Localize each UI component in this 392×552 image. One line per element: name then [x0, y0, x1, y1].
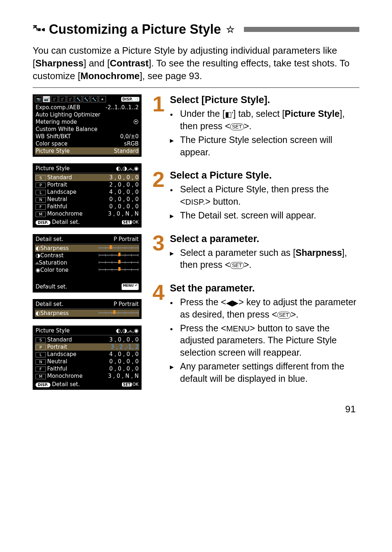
slider-icon [99, 311, 139, 315]
list-item: Picture StyleStandard [35, 147, 139, 155]
set-badge: SET [122, 220, 132, 224]
tab-icon: ★ [99, 96, 106, 102]
set-button-icon: SET [230, 123, 244, 130]
disp-pill: DISP. [36, 383, 50, 387]
list-item: NNeutral0 , 0 , 0 , 0 [35, 196, 139, 203]
list-item: ◐Sharpness [35, 310, 139, 317]
list-item: Color spacesRGB [35, 140, 139, 147]
step-title: Select a parameter. [170, 233, 359, 245]
disp-button-label: DISP. [185, 197, 205, 207]
step-4: 4 Set the parameter. Press the <◀▶> key … [152, 283, 359, 386]
list-footer: DISP. Detail set. SETOK [35, 381, 139, 388]
instruction-text: Select a Picture Style, then press the <… [170, 183, 359, 208]
list-header: Picture Style ◐,◑,ஃ,◉ [35, 165, 139, 172]
tab-icon: 🔧' [91, 96, 98, 102]
list-item: WB Shift/BKT0,0/±0 [35, 133, 139, 140]
tab-row: 📷 📷' ▯' ▯' ▯' 🔧 🔧' 🔧' ★ DISP. 📑 [35, 96, 139, 102]
slider-icon [99, 267, 139, 272]
title-text: Customizing a Picture Style [49, 22, 221, 37]
instruction-text: Under the [◧'] tab, select [Picture Styl… [170, 108, 359, 132]
default-set-row: Default set. MENU ↶ [35, 283, 139, 290]
picture-style-list-screen: Picture Style ◐,◑,ஃ,◉ SStandard3 , 0 , 0… [33, 163, 142, 228]
step-2: 2 Select a Picture Style. Select a Pictu… [152, 170, 359, 223]
instruction-text: Press the <MENU> button to save the adju… [170, 322, 359, 359]
tab-icon: 🔧' [83, 96, 90, 102]
slider-icon [99, 246, 139, 250]
slider-icon [99, 260, 139, 265]
list-item: FFaithful0 , 0 , 0 , 0 [35, 365, 139, 372]
list-item: PPortrait3 , 2 ,-1, 2 [35, 343, 139, 351]
set-badge: SET [122, 383, 132, 387]
detail-set-screen: Detail set. P Portrait ◐Sharpness◑Contra… [33, 234, 142, 293]
set-button-icon: SET [230, 262, 244, 269]
step-number: 4 [152, 283, 170, 386]
list-item: PPortrait2 , 0 , 0 , 0 [35, 181, 139, 188]
tab-icon: ▯' [51, 96, 58, 102]
sharpness-adjust-screen: Detail set. P Portrait ◐Sharpness [33, 299, 142, 319]
list-footer: DISP. Detail set. SETOK [35, 219, 139, 225]
list-item: ஃSaturation [35, 259, 139, 266]
tab-icon: 🔧 [75, 96, 82, 102]
list-header: Detail set. P Portrait [35, 236, 139, 243]
list-item: ◐Sharpness [35, 245, 139, 252]
result-text: Any parameter settings different from th… [170, 360, 359, 385]
disp-badge: DISP. 📑 [121, 97, 139, 102]
star-icon: ☆ [226, 24, 234, 35]
menu-badge: MENU ↶ [122, 283, 139, 290]
camera-tab-icon: ◧' [225, 110, 233, 118]
page-title: ཪ▪◂ Customizing a Picture Style ☆ [33, 22, 359, 37]
list-item: Metering mode⦿ [35, 118, 139, 126]
list-header: Picture Style ◐,◑,ஃ,◉ [35, 327, 139, 334]
divider [33, 87, 359, 88]
step-number: 2 [152, 170, 170, 223]
tab-selected-icon: 📷' [43, 96, 50, 102]
list-item: FFaithful0 , 0 , 0 , 0 [35, 203, 139, 210]
intro-text: You can customize a Picture Style by adj… [33, 44, 359, 82]
list-header: Detail set. P Portrait [35, 300, 139, 308]
result-text: The Picture Style selection screen will … [170, 134, 359, 159]
disp-pill: DISP. [36, 220, 50, 225]
tab-icon: 📷 [35, 96, 42, 102]
set-button-icon: SET [277, 312, 291, 319]
list-item: Custom White Balance [35, 126, 139, 133]
list-item: Auto Lighting Optimizer [35, 111, 139, 118]
tab-icon: ▯' [59, 96, 66, 102]
step-title: Set the parameter. [170, 283, 359, 294]
slider-icon [99, 253, 139, 257]
list-item: ◉Color tone [35, 266, 139, 274]
tab-icon: ▯' [67, 96, 74, 102]
page-number: 91 [33, 404, 359, 415]
list-item: LLandscape4 , 0 , 0 , 0 [35, 351, 139, 358]
list-item: SStandard3 , 0 , 0 , 0 [35, 336, 139, 343]
instruction-text: Press the <◀▶> key to adjust the paramet… [170, 296, 359, 321]
instruction-text: Select a parameter such as [Sharpness], … [170, 247, 359, 271]
step-title: Select [Picture Style]. [170, 94, 359, 106]
result-text: The Detail set. screen will appear. [170, 209, 359, 222]
picture-style-result-screen: Picture Style ◐,◑,ஃ,◉ SStandard3 , 0 , 0… [33, 326, 142, 390]
title-bar [244, 27, 359, 32]
list-item: Expo.comp./AEB-2..1..0..1..2 [35, 104, 139, 111]
camera-menu-screen: 📷 📷' ▯' ▯' ▯' 🔧 🔧' 🔧' ★ DISP. 📑 Expo.com… [33, 94, 142, 157]
step-number: 1 [152, 94, 170, 160]
step-title: Select a Picture Style. [170, 170, 359, 181]
list-item: NNeutral0 , 0 , 0 , 0 [35, 358, 139, 365]
list-item: MMonochrome3 , 0 , N , N [35, 210, 139, 217]
list-item: LLandscape4 , 0 , 0 , 0 [35, 188, 139, 196]
step-number: 3 [152, 233, 170, 273]
picture-style-icon: ཪ▪◂ [33, 23, 45, 36]
list-item: MMonochrome3 , 0 , N , N [35, 372, 139, 380]
list-item: SStandard3 , 0 , 0 , 0 [35, 174, 139, 181]
list-item: ◑Contrast [35, 252, 139, 259]
left-right-arrows-icon: ◀▶ [226, 298, 238, 307]
menu-button-label: MENU [226, 324, 250, 333]
step-3: 3 Select a parameter. Select a parameter… [152, 233, 359, 273]
step-1: 1 Select [Picture Style]. Under the [◧']… [152, 94, 359, 160]
